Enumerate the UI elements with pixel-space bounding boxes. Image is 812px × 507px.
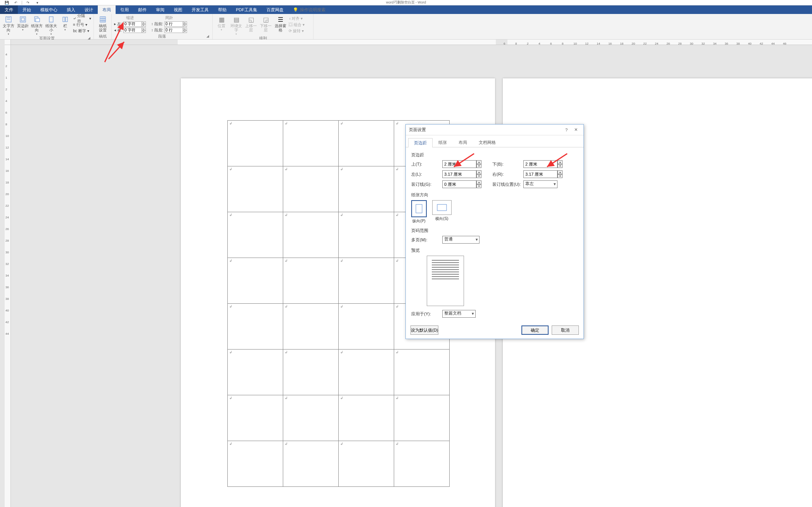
margin-left-input[interactable] — [442, 170, 476, 178]
margin-right-spinner[interactable]: ▴▾ — [557, 170, 563, 178]
spacing-after-input[interactable] — [164, 28, 183, 33]
paragraph-launcher[interactable]: ◢ — [206, 34, 209, 38]
cancel-button[interactable]: 取消 — [552, 325, 579, 335]
margin-left-spinner[interactable]: ▴▾ — [476, 170, 481, 178]
table-cell[interactable]: ↲ — [228, 304, 283, 350]
dialog-tab-paper[interactable]: 纸张 — [433, 138, 453, 147]
table-cell[interactable]: ↲ — [339, 304, 394, 350]
dialog-footer: 设为默认值(D) 确定 取消 — [406, 323, 583, 339]
redo-button[interactable]: ↷ — [24, 0, 32, 5]
table-cell[interactable]: ↲ — [339, 212, 394, 258]
table-cell[interactable]: ↲ — [228, 212, 283, 258]
dialog-title: 页面设置 — [409, 127, 562, 133]
orientation-label: 纸张方向 — [31, 24, 43, 32]
landscape-label: 横向(S) — [435, 216, 448, 221]
tab-start[interactable]: 开始 — [18, 5, 36, 14]
table-cell[interactable]: ↲ — [228, 258, 283, 304]
table-cell[interactable]: ↲ — [394, 441, 450, 487]
gutter-input[interactable] — [442, 180, 476, 188]
size-button[interactable]: 纸张大小▾ — [45, 15, 57, 36]
svg-rect-4 — [21, 18, 24, 21]
multi-pages-select[interactable]: 普通 — [442, 236, 480, 244]
spacing-before-input[interactable] — [164, 21, 183, 27]
dialog-tab-grid[interactable]: 文档网格 — [473, 138, 502, 147]
table-cell[interactable]: ↲ — [394, 350, 450, 395]
breaks-button[interactable]: ⤶分隔符 ▾ — [73, 16, 91, 21]
table-cell[interactable]: ↲ — [339, 395, 394, 441]
tell-me-input[interactable] — [300, 7, 346, 12]
indent-right-row: ◂ 右: ▴▾ — [114, 27, 146, 33]
indent-left-input[interactable] — [123, 21, 142, 27]
table-cell[interactable]: ↲ — [283, 395, 339, 441]
dialog-close-button[interactable]: ✕ — [571, 127, 580, 132]
columns-label: 栏 — [63, 24, 67, 28]
margin-top-spinner[interactable]: ▴▾ — [476, 160, 481, 168]
table-cell[interactable]: ↲ — [283, 212, 339, 258]
tab-developer[interactable]: 开发工具 — [187, 5, 213, 14]
table-cell[interactable]: ↲ — [339, 166, 394, 212]
columns-button[interactable]: 栏▾ — [59, 15, 71, 31]
margin-bottom-input[interactable] — [523, 160, 557, 168]
dialog-titlebar[interactable]: 页面设置 ? ✕ — [406, 125, 583, 135]
gutter-spinner[interactable]: ▴▾ — [476, 180, 481, 188]
margin-bottom-spinner[interactable]: ▴▾ — [557, 160, 563, 168]
indent-right-input[interactable] — [123, 28, 142, 33]
table-cell[interactable]: ↲ — [283, 350, 339, 395]
tab-template[interactable]: 模板中心 — [36, 5, 62, 14]
tab-layout[interactable]: 布局 — [98, 5, 116, 14]
undo-button[interactable]: ↶ — [12, 0, 20, 5]
table-cell[interactable]: ↲ — [228, 395, 283, 441]
save-button[interactable]: 💾 — [2, 0, 11, 5]
margin-right-input[interactable] — [523, 170, 557, 178]
tab-pdf[interactable]: PDF工具集 — [231, 5, 262, 14]
tab-view[interactable]: 视图 — [169, 5, 187, 14]
table-cell[interactable]: ↲ — [283, 121, 339, 166]
tab-references[interactable]: 引用 — [116, 5, 133, 14]
line-numbers-button[interactable]: ≡行号 ▾ — [73, 22, 91, 28]
spacing-after-spinner[interactable]: ▴▾ — [183, 28, 187, 33]
indent-left-spinner[interactable]: ▴▾ — [142, 21, 146, 27]
table-cell[interactable]: ↲ — [394, 395, 450, 441]
table-cell[interactable]: ↲ — [283, 441, 339, 487]
dialog-tab-margins[interactable]: 页边距 — [408, 138, 433, 147]
table-cell[interactable]: ↲ — [339, 441, 394, 487]
dialog-tab-layout[interactable]: 布局 — [453, 138, 473, 147]
orientation-button[interactable]: 纸张方向▾ — [31, 15, 43, 36]
portrait-option[interactable]: 纵向(P) — [411, 200, 427, 224]
table-cell[interactable]: ↲ — [228, 350, 283, 395]
ok-button[interactable]: 确定 — [521, 325, 549, 335]
selection-pane-button[interactable]: ☰选择窗格 — [274, 15, 287, 32]
table-cell[interactable]: ↲ — [283, 166, 339, 212]
spacing-before-spinner[interactable]: ▴▾ — [183, 21, 187, 27]
text-direction-button[interactable]: 文字方向▾ — [2, 15, 15, 36]
table-cell[interactable]: ↲ — [339, 258, 394, 304]
dialog-help-button[interactable]: ? — [562, 128, 571, 132]
table-cell[interactable]: ↲ — [339, 350, 394, 395]
breaks-icon: ⤶ — [73, 16, 76, 21]
table-cell[interactable]: ↲ — [228, 166, 283, 212]
tab-baidu[interactable]: 百度网盘 — [262, 5, 288, 14]
table-cell[interactable]: ↲ — [283, 258, 339, 304]
apply-to-select[interactable]: 整篇文档 — [442, 310, 476, 318]
tab-mailings[interactable]: 邮件 — [133, 5, 151, 14]
table-cell[interactable]: ↲ — [283, 304, 339, 350]
table-cell[interactable]: ↲ — [228, 441, 283, 487]
hyphenation-button[interactable]: bc断字 ▾ — [73, 28, 91, 34]
indent-right-spinner[interactable]: ▴▾ — [142, 28, 146, 33]
landscape-option[interactable]: 横向(S) — [432, 200, 452, 224]
manuscript-button[interactable]: 稿纸 设置 — [96, 15, 109, 32]
tab-help[interactable]: 帮助 — [213, 5, 231, 14]
table-cell[interactable]: ↲ — [339, 121, 394, 166]
tab-review[interactable]: 审阅 — [151, 5, 169, 14]
gutter-pos-select[interactable]: 靠左 — [523, 180, 557, 188]
set-default-button[interactable]: 设为默认值(D) — [410, 325, 438, 335]
margin-top-input[interactable] — [442, 160, 476, 168]
table-cell[interactable]: ↲ — [228, 121, 283, 166]
margins-button[interactable]: 页边距▾ — [16, 15, 29, 31]
tab-file[interactable]: 文件 — [0, 5, 18, 14]
tell-me[interactable]: 💡 — [288, 5, 351, 14]
qat-customize[interactable]: ▾ — [33, 0, 42, 5]
vertical-ruler[interactable]: 4212468101214161820222426283032343638404… — [5, 45, 11, 507]
spacing-header: 间距 — [151, 15, 187, 21]
horizontal-ruler[interactable]: 6824681012141618202224262830323436384042… — [11, 40, 812, 45]
